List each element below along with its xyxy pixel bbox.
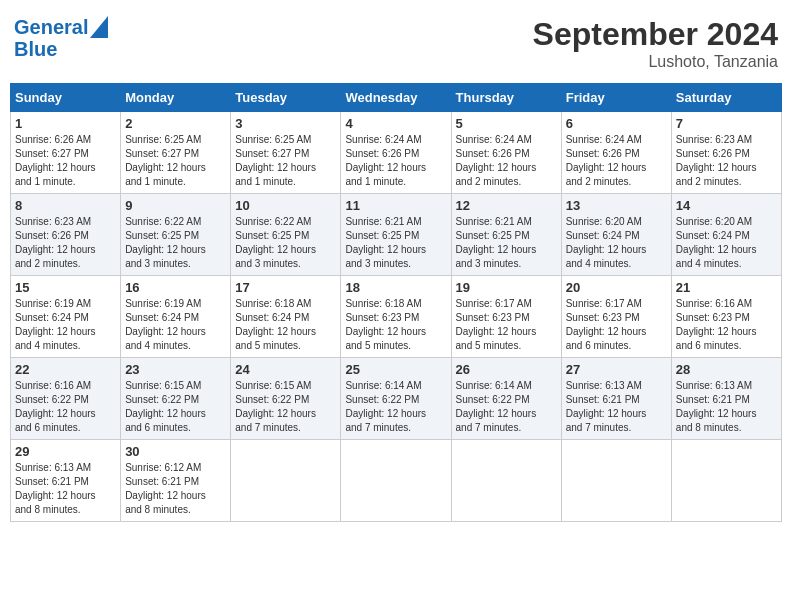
- day-info: Sunrise: 6:22 AMSunset: 6:25 PMDaylight:…: [125, 215, 226, 271]
- calendar-cell: 20Sunrise: 6:17 AMSunset: 6:23 PMDayligh…: [561, 276, 671, 358]
- calendar-cell: 21Sunrise: 6:16 AMSunset: 6:23 PMDayligh…: [671, 276, 781, 358]
- calendar-cell: 16Sunrise: 6:19 AMSunset: 6:24 PMDayligh…: [121, 276, 231, 358]
- calendar-cell: [561, 440, 671, 522]
- day-info: Sunrise: 6:23 AMSunset: 6:26 PMDaylight:…: [676, 133, 777, 189]
- col-header-friday: Friday: [561, 84, 671, 112]
- day-number: 8: [15, 198, 116, 213]
- month-title: September 2024: [533, 16, 778, 53]
- logo-text: General Blue: [14, 16, 108, 60]
- day-number: 12: [456, 198, 557, 213]
- calendar-cell: 8Sunrise: 6:23 AMSunset: 6:26 PMDaylight…: [11, 194, 121, 276]
- day-info: Sunrise: 6:13 AMSunset: 6:21 PMDaylight:…: [676, 379, 777, 435]
- day-number: 2: [125, 116, 226, 131]
- day-info: Sunrise: 6:22 AMSunset: 6:25 PMDaylight:…: [235, 215, 336, 271]
- day-info: Sunrise: 6:17 AMSunset: 6:23 PMDaylight:…: [566, 297, 667, 353]
- calendar-cell: 22Sunrise: 6:16 AMSunset: 6:22 PMDayligh…: [11, 358, 121, 440]
- day-number: 26: [456, 362, 557, 377]
- day-number: 29: [15, 444, 116, 459]
- day-number: 13: [566, 198, 667, 213]
- day-info: Sunrise: 6:14 AMSunset: 6:22 PMDaylight:…: [345, 379, 446, 435]
- day-info: Sunrise: 6:16 AMSunset: 6:23 PMDaylight:…: [676, 297, 777, 353]
- day-info: Sunrise: 6:15 AMSunset: 6:22 PMDaylight:…: [235, 379, 336, 435]
- calendar-cell: 3Sunrise: 6:25 AMSunset: 6:27 PMDaylight…: [231, 112, 341, 194]
- day-info: Sunrise: 6:20 AMSunset: 6:24 PMDaylight:…: [676, 215, 777, 271]
- calendar-cell: 4Sunrise: 6:24 AMSunset: 6:26 PMDaylight…: [341, 112, 451, 194]
- calendar-cell: 14Sunrise: 6:20 AMSunset: 6:24 PMDayligh…: [671, 194, 781, 276]
- day-info: Sunrise: 6:17 AMSunset: 6:23 PMDaylight:…: [456, 297, 557, 353]
- title-block: September 2024 Lushoto, Tanzania: [533, 16, 778, 71]
- day-number: 14: [676, 198, 777, 213]
- day-number: 30: [125, 444, 226, 459]
- day-number: 21: [676, 280, 777, 295]
- day-number: 17: [235, 280, 336, 295]
- calendar-cell: 7Sunrise: 6:23 AMSunset: 6:26 PMDaylight…: [671, 112, 781, 194]
- calendar-cell: 11Sunrise: 6:21 AMSunset: 6:25 PMDayligh…: [341, 194, 451, 276]
- day-number: 20: [566, 280, 667, 295]
- page-header: General Blue September 2024 Lushoto, Tan…: [10, 10, 782, 77]
- day-info: Sunrise: 6:12 AMSunset: 6:21 PMDaylight:…: [125, 461, 226, 517]
- day-number: 24: [235, 362, 336, 377]
- day-info: Sunrise: 6:18 AMSunset: 6:23 PMDaylight:…: [345, 297, 446, 353]
- col-header-wednesday: Wednesday: [341, 84, 451, 112]
- day-number: 3: [235, 116, 336, 131]
- calendar-cell: 5Sunrise: 6:24 AMSunset: 6:26 PMDaylight…: [451, 112, 561, 194]
- day-info: Sunrise: 6:15 AMSunset: 6:22 PMDaylight:…: [125, 379, 226, 435]
- calendar-table: SundayMondayTuesdayWednesdayThursdayFrid…: [10, 83, 782, 522]
- col-header-monday: Monday: [121, 84, 231, 112]
- calendar-cell: 6Sunrise: 6:24 AMSunset: 6:26 PMDaylight…: [561, 112, 671, 194]
- day-info: Sunrise: 6:13 AMSunset: 6:21 PMDaylight:…: [15, 461, 116, 517]
- calendar-cell: [671, 440, 781, 522]
- calendar-cell: 13Sunrise: 6:20 AMSunset: 6:24 PMDayligh…: [561, 194, 671, 276]
- calendar-cell: 19Sunrise: 6:17 AMSunset: 6:23 PMDayligh…: [451, 276, 561, 358]
- col-header-sunday: Sunday: [11, 84, 121, 112]
- day-info: Sunrise: 6:24 AMSunset: 6:26 PMDaylight:…: [566, 133, 667, 189]
- day-info: Sunrise: 6:26 AMSunset: 6:27 PMDaylight:…: [15, 133, 116, 189]
- day-number: 18: [345, 280, 446, 295]
- day-number: 23: [125, 362, 226, 377]
- day-number: 10: [235, 198, 336, 213]
- svg-marker-0: [90, 16, 108, 38]
- logo-triangle-icon: [90, 16, 108, 38]
- location-subtitle: Lushoto, Tanzania: [533, 53, 778, 71]
- day-number: 1: [15, 116, 116, 131]
- calendar-cell: 30Sunrise: 6:12 AMSunset: 6:21 PMDayligh…: [121, 440, 231, 522]
- day-number: 19: [456, 280, 557, 295]
- calendar-cell: [451, 440, 561, 522]
- calendar-cell: 28Sunrise: 6:13 AMSunset: 6:21 PMDayligh…: [671, 358, 781, 440]
- calendar-cell: 18Sunrise: 6:18 AMSunset: 6:23 PMDayligh…: [341, 276, 451, 358]
- day-info: Sunrise: 6:16 AMSunset: 6:22 PMDaylight:…: [15, 379, 116, 435]
- day-number: 22: [15, 362, 116, 377]
- col-header-thursday: Thursday: [451, 84, 561, 112]
- calendar-cell: [341, 440, 451, 522]
- calendar-cell: 1Sunrise: 6:26 AMSunset: 6:27 PMDaylight…: [11, 112, 121, 194]
- day-number: 7: [676, 116, 777, 131]
- day-info: Sunrise: 6:13 AMSunset: 6:21 PMDaylight:…: [566, 379, 667, 435]
- calendar-cell: 10Sunrise: 6:22 AMSunset: 6:25 PMDayligh…: [231, 194, 341, 276]
- calendar-cell: 26Sunrise: 6:14 AMSunset: 6:22 PMDayligh…: [451, 358, 561, 440]
- day-number: 6: [566, 116, 667, 131]
- day-number: 27: [566, 362, 667, 377]
- day-info: Sunrise: 6:25 AMSunset: 6:27 PMDaylight:…: [125, 133, 226, 189]
- day-number: 4: [345, 116, 446, 131]
- col-header-saturday: Saturday: [671, 84, 781, 112]
- day-info: Sunrise: 6:21 AMSunset: 6:25 PMDaylight:…: [345, 215, 446, 271]
- logo-blue: Blue: [14, 38, 108, 60]
- calendar-cell: 25Sunrise: 6:14 AMSunset: 6:22 PMDayligh…: [341, 358, 451, 440]
- day-info: Sunrise: 6:14 AMSunset: 6:22 PMDaylight:…: [456, 379, 557, 435]
- calendar-cell: 24Sunrise: 6:15 AMSunset: 6:22 PMDayligh…: [231, 358, 341, 440]
- calendar-cell: 23Sunrise: 6:15 AMSunset: 6:22 PMDayligh…: [121, 358, 231, 440]
- calendar-cell: 27Sunrise: 6:13 AMSunset: 6:21 PMDayligh…: [561, 358, 671, 440]
- calendar-cell: 12Sunrise: 6:21 AMSunset: 6:25 PMDayligh…: [451, 194, 561, 276]
- day-number: 9: [125, 198, 226, 213]
- day-info: Sunrise: 6:19 AMSunset: 6:24 PMDaylight:…: [125, 297, 226, 353]
- calendar-cell: 9Sunrise: 6:22 AMSunset: 6:25 PMDaylight…: [121, 194, 231, 276]
- day-number: 16: [125, 280, 226, 295]
- day-number: 28: [676, 362, 777, 377]
- col-header-tuesday: Tuesday: [231, 84, 341, 112]
- day-info: Sunrise: 6:23 AMSunset: 6:26 PMDaylight:…: [15, 215, 116, 271]
- day-number: 11: [345, 198, 446, 213]
- day-info: Sunrise: 6:21 AMSunset: 6:25 PMDaylight:…: [456, 215, 557, 271]
- calendar-cell: 2Sunrise: 6:25 AMSunset: 6:27 PMDaylight…: [121, 112, 231, 194]
- day-info: Sunrise: 6:20 AMSunset: 6:24 PMDaylight:…: [566, 215, 667, 271]
- day-number: 15: [15, 280, 116, 295]
